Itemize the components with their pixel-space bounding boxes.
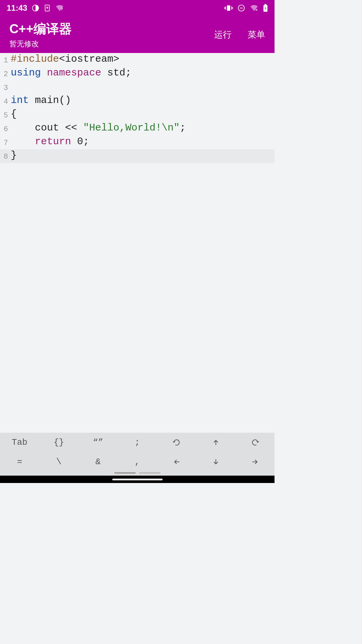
status-bar: 11:43 ? ×	[0, 0, 275, 16]
undo-icon	[173, 438, 181, 446]
key-tab[interactable]: Tab	[0, 433, 39, 452]
line-content[interactable]: #include<iostream>	[9, 53, 275, 67]
dnd-icon	[238, 4, 245, 12]
indicator-1	[114, 472, 136, 474]
line-content[interactable]: return 0;	[9, 136, 275, 149]
code-line[interactable]: 2using namespace std;	[0, 67, 275, 80]
nav-handle[interactable]	[112, 479, 163, 480]
app-subtitle: 暂无修改	[9, 39, 72, 49]
svg-rect-12	[264, 4, 266, 5]
svg-text:×: ×	[255, 8, 257, 12]
key-semicolon[interactable]: ;	[118, 433, 157, 452]
arrow-down-icon	[212, 458, 220, 466]
arrow-left-icon	[173, 458, 181, 466]
vibrate-icon	[224, 5, 233, 11]
key-ampersand[interactable]: &	[78, 452, 118, 472]
redo-icon	[251, 438, 259, 446]
svg-rect-4	[225, 6, 226, 10]
line-number: 7	[0, 136, 9, 149]
svg-rect-7	[232, 7, 233, 9]
code-line[interactable]: 4int main()	[0, 94, 275, 108]
line-content[interactable]: }	[9, 149, 275, 163]
key-comma[interactable]: ,	[118, 452, 157, 472]
code-line[interactable]: 5{	[0, 108, 275, 122]
line-content[interactable]: int main()	[9, 94, 275, 108]
code-editor[interactable]: 1#include<iostream>2using namespace std;…	[0, 53, 275, 433]
wifi-question-icon: ?	[55, 4, 64, 12]
svg-rect-6	[224, 7, 225, 9]
line-content[interactable]: {	[9, 108, 275, 122]
app-indicator-icon	[32, 4, 39, 12]
key-quotes[interactable]: “”	[78, 433, 118, 452]
battery-charging-icon	[263, 4, 268, 12]
run-button[interactable]: 运行	[214, 29, 232, 41]
key-braces[interactable]: {}	[39, 433, 78, 452]
arrow-right-icon	[251, 458, 259, 466]
key-redo[interactable]	[235, 433, 275, 452]
app-header-left: C++编译器 暂无修改	[9, 20, 72, 49]
svg-text:?: ?	[61, 7, 63, 11]
line-number: 4	[0, 94, 9, 108]
code-line[interactable]: 3	[0, 80, 275, 94]
key-undo[interactable]	[157, 433, 196, 452]
key-left[interactable]	[157, 452, 196, 472]
page-indicator	[0, 472, 275, 474]
key-up[interactable]	[196, 433, 235, 452]
app-header-right: 运行 菜单	[214, 29, 265, 41]
line-content[interactable]: cout << "Hello,World!\n";	[9, 122, 275, 136]
line-number: 2	[0, 67, 9, 80]
code-line[interactable]: 7 return 0;	[0, 136, 275, 149]
key-down[interactable]	[196, 452, 235, 472]
line-number: 5	[0, 108, 9, 122]
line-content[interactable]	[9, 80, 275, 94]
status-right: ×	[224, 4, 268, 12]
line-number: 3	[0, 80, 9, 94]
line-number: 6	[0, 122, 9, 136]
code-line[interactable]: 6 cout << "Hello,World!\n";	[0, 122, 275, 136]
key-right[interactable]	[235, 452, 275, 472]
line-number: 8	[0, 149, 9, 163]
download-icon	[44, 4, 51, 12]
code-line[interactable]: 1#include<iostream>	[0, 53, 275, 67]
key-row-1: Tab{}“”;	[0, 433, 275, 452]
line-content[interactable]: using namespace std;	[9, 67, 275, 80]
svg-rect-5	[231, 6, 232, 10]
status-time: 11:43	[7, 3, 27, 13]
line-number: 1	[0, 53, 9, 67]
status-left: 11:43 ?	[7, 3, 64, 13]
app-header: C++编译器 暂无修改 运行 菜单	[0, 16, 275, 53]
system-nav-bar	[0, 476, 275, 483]
wifi-error-icon: ×	[250, 4, 258, 12]
symbol-keyboard: Tab{}“”; =\&,	[0, 433, 275, 476]
indicator-2	[139, 472, 161, 474]
app-title: C++编译器	[9, 20, 72, 38]
key-row-2: =\&,	[0, 452, 275, 472]
svg-rect-3	[227, 5, 230, 11]
menu-button[interactable]: 菜单	[248, 29, 265, 41]
key-backslash[interactable]: \	[39, 452, 78, 472]
key-equals[interactable]: =	[0, 452, 39, 472]
arrow-up-icon	[212, 438, 220, 446]
code-line[interactable]: 8}	[0, 149, 275, 163]
